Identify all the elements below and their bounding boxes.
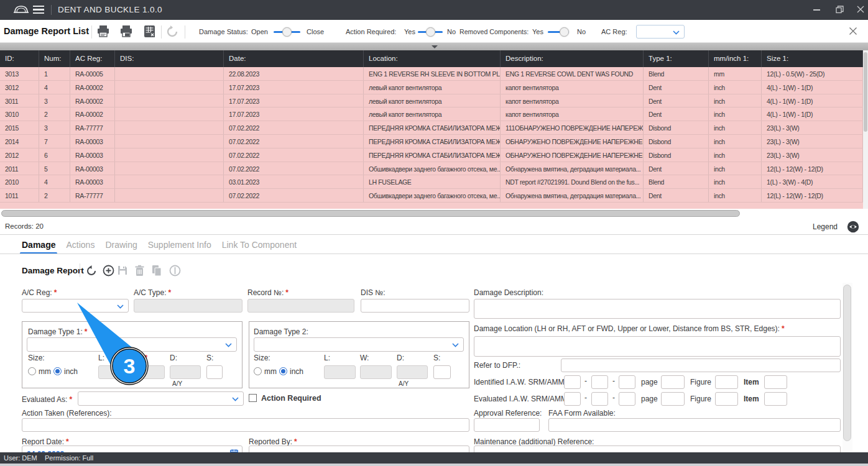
print-preview-button[interactable] — [119, 25, 133, 38]
close-window-button[interactable] — [857, 6, 864, 13]
table-cell: 3 — [39, 121, 70, 134]
table-cell: 1(L) - 3(W) - 4(D) — [762, 175, 863, 188]
column-header-description[interactable]: Description: — [501, 50, 644, 67]
removed-components-no-label: No — [577, 28, 586, 35]
table-cell: 4(L) - 1(W) - 1(D) — [762, 94, 863, 107]
s1-field[interactable] — [206, 365, 223, 379]
dis-no-field[interactable] — [361, 299, 469, 313]
tab-supplement-info[interactable]: Supplement Info — [148, 240, 211, 250]
evaluated-part1-field[interactable] — [564, 392, 581, 406]
damage-description-field[interactable] — [474, 299, 841, 319]
s1-label: S: — [206, 354, 213, 362]
damage-type1-dropdown[interactable] — [27, 337, 237, 352]
table-row[interactable]: 10112RA-7777707.02.2022Обшивкадвери задн… — [0, 189, 863, 203]
table-row[interactable]: 30113RA-0000217.07.2023левый капот венти… — [0, 94, 863, 108]
table-cell: 4 — [39, 175, 70, 188]
copy-button[interactable] — [151, 265, 162, 276]
save-button[interactable] — [117, 265, 128, 276]
table-cell: RA-00002 — [70, 81, 115, 94]
table-cell: Dent — [644, 81, 709, 94]
mm2-radio[interactable] — [254, 367, 262, 375]
table-cell: 07.02.2022 — [224, 135, 364, 148]
table-row[interactable]: 30124RA-0000217.07.2023левый капот венти… — [0, 81, 863, 94]
evaluated-figure-field[interactable] — [715, 392, 738, 406]
column-header-acreg[interactable]: AC Reg: — [70, 50, 115, 67]
legend-eye-icon[interactable] — [847, 221, 859, 233]
approval-reference-field[interactable] — [474, 418, 540, 432]
close-panel-button[interactable] — [849, 27, 857, 35]
export-excel-button[interactable] — [143, 25, 156, 38]
splitter-collapse-icon[interactable] — [432, 45, 438, 48]
tab-damage[interactable]: Damage — [22, 240, 55, 250]
evaluated-page-field[interactable] — [661, 392, 685, 406]
column-header-date[interactable]: Date: — [224, 50, 364, 67]
mm1-radio[interactable] — [28, 367, 36, 375]
hamburger-menu-icon[interactable] — [33, 6, 44, 14]
column-header-location[interactable]: Location: — [364, 50, 501, 67]
column-header-type1[interactable]: Type 1: — [644, 50, 709, 67]
table-cell: 2014 — [0, 135, 39, 148]
table-row[interactable]: 30102RA-0000217.07.2023левый капот венти… — [0, 107, 863, 121]
column-header-id[interactable]: ID: — [0, 50, 39, 67]
app-window: DENT AND BUCKLE 1.0.0 Damage Report List — [0, 0, 868, 466]
refresh-button[interactable] — [165, 25, 179, 39]
disable-button[interactable] — [169, 265, 181, 276]
refer-dfp-field[interactable] — [561, 359, 841, 372]
damage-location-field[interactable] — [474, 336, 841, 357]
action-required-checkbox[interactable] — [249, 394, 257, 402]
inch1-radio[interactable] — [53, 367, 62, 375]
s2-field[interactable] — [433, 365, 451, 379]
identified-figure-field[interactable] — [715, 375, 738, 389]
table-cell: 2 — [39, 107, 70, 121]
identified-part3-field[interactable] — [619, 375, 635, 389]
grid-partial-row — [0, 203, 863, 209]
faa-form-field[interactable] — [548, 418, 841, 432]
table-row[interactable]: 30131RA-0000522.08.2023ENG 1 REVERSE RH … — [0, 67, 863, 81]
ac-reg-filter-dropdown[interactable] — [636, 25, 685, 39]
inch2-radio[interactable] — [279, 367, 287, 375]
evaluated-part3-field[interactable] — [619, 392, 635, 406]
evaluated-part2-field[interactable] — [591, 392, 608, 406]
table-cell: 23(L) - 3(W) — [762, 135, 863, 148]
identified-part2-field[interactable] — [591, 375, 608, 389]
table-row[interactable]: 20147RA-0000307.02.2022ПЕРЕДНЯЯ КРОМКА С… — [0, 135, 863, 148]
ac-reg-combobox[interactable] — [22, 299, 129, 313]
undo-button[interactable] — [86, 265, 98, 276]
tab-link-to-component[interactable]: Link To Component — [222, 240, 297, 250]
table-cell — [115, 135, 224, 148]
table-row[interactable]: 20115RA-0000307.02.2022Обшивкадвери задн… — [0, 162, 863, 176]
column-header-mminch1[interactable]: mm/inch 1: — [709, 50, 762, 67]
grid-vscrollbar[interactable] — [863, 50, 868, 209]
column-header-size1[interactable]: Size 1: — [762, 50, 863, 67]
form-vscrollbar[interactable] — [843, 283, 852, 452]
table-cell — [115, 148, 224, 162]
grid-hscrollbar[interactable] — [0, 209, 868, 218]
column-header-dis[interactable]: DIS: — [115, 50, 224, 67]
action-taken-field[interactable] — [22, 418, 469, 432]
print-button[interactable] — [96, 25, 110, 38]
table-cell — [115, 175, 224, 188]
delete-button[interactable] — [134, 265, 145, 276]
splitter-bar[interactable] — [0, 43, 868, 50]
add-button[interactable] — [103, 265, 114, 276]
table-row[interactable]: 20153RA-7777707.02.2022ПЕРЕДНЯЯ КРОМКА С… — [0, 121, 863, 135]
evaluated-item-field[interactable] — [764, 392, 787, 406]
damage-type2-dropdown[interactable] — [254, 337, 464, 352]
table-cell: левый капот вентилятора — [364, 81, 501, 94]
table-row[interactable]: 20104RA-0000303.01.2023LH FUSELAGENDT re… — [0, 175, 863, 189]
table-cell: Dent — [644, 94, 709, 107]
table-row[interactable]: 20126RA-0000307.02.2022ПЕРЕДНЯЯ КРОМКА С… — [0, 148, 863, 162]
tab-drawing[interactable]: Drawing — [105, 240, 137, 250]
identified-page-field[interactable] — [661, 375, 685, 389]
mm1-label: mm — [39, 367, 51, 376]
column-header-num[interactable]: Num: — [39, 50, 70, 67]
table-cell: RA-00003 — [70, 135, 115, 148]
identified-part1-field[interactable] — [564, 375, 581, 389]
identified-item-field[interactable] — [764, 375, 787, 389]
evaluated-as-dropdown[interactable] — [78, 391, 244, 406]
table-cell: 22.08.2023 — [224, 67, 364, 80]
minimize-button[interactable] — [813, 9, 820, 11]
tab-actions[interactable]: Actions — [66, 240, 95, 250]
table-cell: ENG 1 REVERSE COWL DENT WAS FOUND — [501, 67, 644, 80]
restore-button[interactable] — [836, 6, 844, 14]
